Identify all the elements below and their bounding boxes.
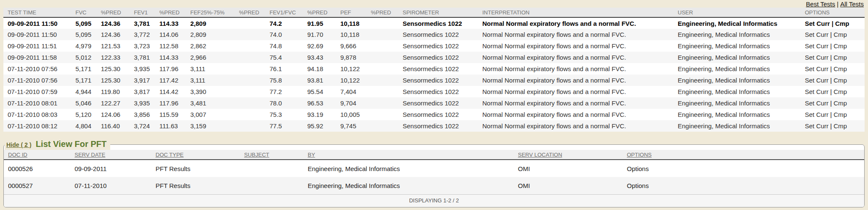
- pft-column-header: SPIROMETER: [398, 8, 478, 17]
- doc-column-sort-link[interactable]: DOC ID: [8, 152, 28, 158]
- cell-interpretation: Normal Normal expiratory flows and a nor…: [478, 86, 673, 97]
- view-mode-links: Best Tests|All Tests: [0, 0, 868, 8]
- cell-fev1-fvc-pred: 93.19: [303, 109, 336, 120]
- cell-pef: 7,404: [336, 86, 367, 97]
- set-curr-link[interactable]: Set Curr: [805, 122, 829, 130]
- doc-options-link[interactable]: Options: [627, 165, 649, 172]
- cmp-link[interactable]: Cmp: [834, 88, 847, 95]
- doc-table-header: DOC IDSERV DATEDOC TYPESUBJECTBYSERV LOC…: [4, 150, 864, 160]
- cell-pef-pred: [367, 17, 398, 29]
- best-tests-link[interactable]: Best Tests: [806, 0, 835, 8]
- cell-pef-pred: [367, 97, 398, 109]
- doc-column-sort-link[interactable]: BY: [308, 152, 315, 158]
- doc-row: 0000526 09-09-2011 PFT Results Engineeri…: [4, 160, 864, 177]
- doc-column-sort-link[interactable]: SERV LOCATION: [518, 152, 562, 158]
- doc-column-header: BY: [303, 150, 514, 160]
- cell-options: Set Curr|Cmp: [801, 97, 865, 109]
- pft-results-page: Best Tests|All Tests TEST TIMEFVC%PREDFE…: [0, 0, 868, 207]
- cell-user: Engineering, Medical Informatics: [673, 40, 801, 52]
- cell-test-time: 09-09-2011 11:58: [3, 52, 71, 63]
- cell-fef-pred: [235, 29, 265, 40]
- set-curr-link[interactable]: Set Curr: [805, 31, 829, 38]
- cell-user: Engineering, Medical Informatics: [673, 75, 801, 86]
- cmp-link[interactable]: Cmp: [834, 42, 847, 50]
- cell-spirometer: Sensormedics 1022: [398, 52, 478, 63]
- cell-options: Set Curr|Cmp: [801, 120, 865, 132]
- link-separator: |: [835, 0, 840, 8]
- cell-interpretation: Normal Normal expiratory flows and a nor…: [478, 40, 673, 52]
- cell-fef25-75: 3,390: [186, 86, 235, 97]
- cell-fev1-pred: 111.63: [155, 120, 186, 132]
- options-separator: |: [829, 54, 834, 61]
- pft-column-header: OPTIONS: [801, 8, 865, 17]
- cell-fvc-pred: 121.53: [97, 40, 130, 52]
- cell-interpretation: Normal Normal expiratory flows and a nor…: [478, 109, 673, 120]
- cell-fev1: 3,781: [130, 17, 155, 29]
- set-curr-link[interactable]: Set Curr: [805, 111, 829, 118]
- all-tests-link[interactable]: All Tests: [840, 0, 864, 8]
- cell-fev1-pred: 114.06: [155, 29, 186, 40]
- cmp-link[interactable]: Cmp: [834, 111, 847, 118]
- cell-fvc: 5,171: [71, 75, 97, 86]
- pft-row: 09-09-2011 11:50 5,095 124.36 3,781 114.…: [3, 17, 865, 29]
- set-curr-link[interactable]: Set Curr: [805, 88, 829, 95]
- cell-fvc-pred: 125.30: [97, 75, 130, 86]
- cell-fev1-fvc-pred: 94.18: [303, 63, 336, 75]
- cell-options: Set Curr|Cmp: [801, 75, 865, 86]
- options-separator: |: [829, 42, 834, 50]
- cell-fev1-fvc-pred: 96.53: [303, 97, 336, 109]
- set-curr-link[interactable]: Set Curr: [805, 54, 829, 61]
- hide-link[interactable]: Hide ( 2 ): [6, 141, 31, 148]
- doc-column-sort-link[interactable]: OPTIONS: [627, 152, 652, 158]
- cell-pef: 10,118: [336, 17, 367, 29]
- cell-user: Engineering, Medical Informatics: [673, 109, 801, 120]
- options-separator: |: [829, 99, 834, 107]
- cell-fev1-pred: 117.42: [155, 75, 186, 86]
- list-view-title: List View For PFT: [36, 139, 106, 149]
- pft-row: 09-09-2011 11:51 4,979 121.53 3,723 112.…: [3, 40, 865, 52]
- set-curr-link[interactable]: Set Curr: [805, 42, 829, 50]
- cell-test-time: 07-11-2010 07:59: [3, 86, 71, 97]
- cell-serv-location: OMI: [514, 177, 623, 194]
- set-curr-link[interactable]: Set Curr: [805, 77, 829, 84]
- cell-spirometer: Sensormedics 1022: [398, 63, 478, 75]
- doc-column-sort-link[interactable]: SUBJECT: [244, 152, 269, 158]
- cell-fvc: 4,804: [71, 120, 97, 132]
- set-curr-link[interactable]: Set Curr: [805, 20, 830, 27]
- cell-fef-pred: [235, 17, 265, 29]
- doc-options-link[interactable]: Options: [627, 182, 649, 189]
- pft-column-header: FEV1/FVC: [265, 8, 303, 17]
- cell-fev1-fvc-pred: 92.69: [303, 40, 336, 52]
- cell-fev1-fvc: 74.0: [265, 29, 303, 40]
- cell-pef: 10,118: [336, 29, 367, 40]
- cell-fef25-75: 2,809: [186, 29, 235, 40]
- doc-column-sort-link[interactable]: DOC TYPE: [156, 152, 184, 158]
- cell-fev1: 3,917: [130, 75, 155, 86]
- options-separator: |: [829, 88, 834, 95]
- options-separator: |: [829, 77, 834, 84]
- cmp-link[interactable]: Cmp: [834, 31, 847, 38]
- cell-fev1: 3,723: [130, 40, 155, 52]
- cell-pef: 10,122: [336, 75, 367, 86]
- cmp-link[interactable]: Cmp: [834, 77, 847, 84]
- set-curr-link[interactable]: Set Curr: [805, 65, 829, 72]
- cmp-link[interactable]: Cmp: [834, 65, 847, 72]
- cell-serv-date: 07-11-2010: [70, 177, 151, 194]
- cell-pef: 9,878: [336, 52, 367, 63]
- document-list-table: DOC IDSERV DATEDOC TYPESUBJECTBYSERV LOC…: [4, 150, 864, 194]
- cell-fev1-pred: 117.96: [155, 63, 186, 75]
- cell-options: Set Curr|Cmp: [801, 40, 865, 52]
- cell-fef-pred: [235, 52, 265, 63]
- set-curr-link[interactable]: Set Curr: [805, 99, 829, 107]
- cell-serv-date: 09-09-2011: [70, 160, 151, 177]
- cell-doc-options: Options: [623, 160, 864, 177]
- pft-column-header: PEF: [336, 8, 367, 17]
- cmp-link[interactable]: Cmp: [835, 20, 849, 27]
- pft-row: 07-11-2010 08:01 5,046 122.27 3,935 117.…: [3, 97, 865, 109]
- cmp-link[interactable]: Cmp: [834, 54, 847, 61]
- cell-user: Engineering, Medical Informatics: [673, 63, 801, 75]
- options-separator: |: [829, 111, 834, 118]
- doc-column-sort-link[interactable]: SERV DATE: [75, 152, 105, 158]
- cmp-link[interactable]: Cmp: [834, 99, 847, 107]
- cmp-link[interactable]: Cmp: [834, 122, 847, 130]
